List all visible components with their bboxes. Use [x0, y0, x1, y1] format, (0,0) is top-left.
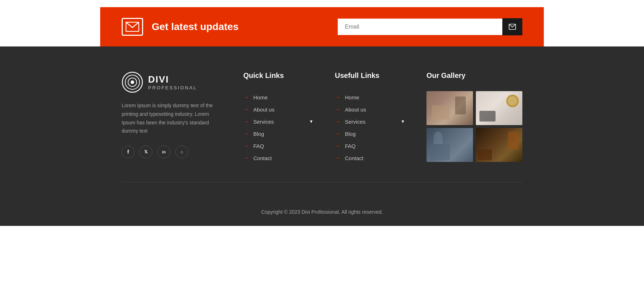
arrow-icon: → — [335, 118, 341, 125]
useful-blog-label: Blog — [345, 131, 356, 137]
quick-contact-label: Contact — [253, 155, 272, 161]
arrow-icon: → — [335, 130, 341, 137]
useful-faq-label: FAQ — [345, 143, 356, 149]
usefull-links-list: → Home → About us → Services ▼ — [335, 91, 405, 164]
quick-home-item[interactable]: → Home — [243, 91, 313, 103]
mail-icon-wrapper — [122, 18, 143, 36]
gallery-item-2[interactable] — [476, 91, 522, 125]
instagram-icon: ○ — [180, 149, 183, 155]
quick-links-title: Quick Links — [243, 71, 313, 80]
quick-blog-label: Blog — [253, 131, 264, 137]
useful-about-label: About us — [345, 107, 366, 113]
linkedin-icon: in — [162, 150, 166, 154]
useful-services-item[interactable]: → Services ▼ — [335, 115, 405, 128]
brand-description: Lorem Ipsum is simply dummy text of the … — [122, 102, 222, 135]
quick-about-label: About us — [253, 107, 274, 113]
subscribe-button[interactable] — [502, 18, 522, 35]
quick-faq-item[interactable]: → FAQ — [243, 140, 313, 152]
useful-home-item[interactable]: → Home — [335, 91, 405, 103]
brand-professional-label: PROFESSIONAL — [148, 85, 197, 90]
brand-logo: DIVI PROFESSIONAL — [122, 71, 222, 93]
social-links: f 𝕏 in ○ — [122, 145, 222, 158]
footer-copyright: Copyright © 2023 Divi Professional. All … — [0, 200, 644, 226]
footer-main: DIVI PROFESSIONAL Lorem Ipsum is simply … — [0, 46, 644, 200]
arrow-icon: → — [335, 143, 341, 149]
arrow-icon: → — [243, 118, 249, 125]
facebook-link[interactable]: f — [122, 145, 135, 158]
arrow-icon: → — [243, 106, 249, 113]
twitter-icon: 𝕏 — [144, 149, 148, 154]
quick-services-item[interactable]: → Services ▼ — [243, 115, 313, 128]
quick-faq-label: FAQ — [253, 143, 264, 149]
arrow-icon: → — [335, 94, 341, 100]
footer-content: DIVI PROFESSIONAL Lorem Ipsum is simply … — [100, 71, 544, 164]
dropdown-chevron-icon: ▼ — [401, 119, 405, 124]
gallery-title: Our Gallery — [426, 71, 522, 80]
copyright-text: Copyright © 2023 Divi Professional. All … — [261, 209, 383, 215]
usefull-links-column: Usefull Links → Home → About us → Servic — [335, 71, 405, 164]
quick-contact-item[interactable]: → Contact — [243, 152, 313, 164]
useful-blog-item[interactable]: → Blog — [335, 128, 405, 140]
gallery-item-4[interactable] — [476, 128, 522, 162]
arrow-icon: → — [335, 155, 341, 161]
useful-contact-item[interactable]: → Contact — [335, 152, 405, 164]
arrow-icon: → — [243, 155, 249, 161]
instagram-link[interactable]: ○ — [175, 145, 188, 158]
arrow-icon: → — [335, 106, 341, 113]
gallery-item-1[interactable] — [426, 91, 473, 125]
gallery-grid — [426, 91, 522, 162]
useful-faq-item[interactable]: → FAQ — [335, 140, 405, 152]
quick-services-label: Services — [253, 119, 274, 125]
newsletter-left: Get latest updates — [122, 18, 239, 36]
facebook-icon: f — [127, 149, 129, 155]
brand-divi-label: DIVI — [148, 74, 197, 85]
logo-icon — [122, 71, 143, 93]
usefull-links-title: Usefull Links — [335, 71, 405, 80]
footer-divider — [122, 182, 522, 182]
brand-column: DIVI PROFESSIONAL Lorem Ipsum is simply … — [122, 71, 222, 164]
brand-name: DIVI PROFESSIONAL — [148, 74, 197, 90]
gallery-column: Our Gallery — [426, 71, 522, 164]
newsletter-banner: Get latest updates — [100, 7, 544, 46]
twitter-link[interactable]: 𝕏 — [140, 145, 152, 158]
linkedin-link[interactable]: in — [157, 145, 170, 158]
arrow-icon: → — [243, 130, 249, 137]
quick-blog-item[interactable]: → Blog — [243, 128, 313, 140]
arrow-icon: → — [243, 94, 249, 100]
dropdown-chevron-icon: ▼ — [309, 119, 313, 124]
mail-icon — [126, 22, 139, 32]
useful-services-label: Services — [345, 119, 366, 125]
useful-home-label: Home — [345, 94, 359, 100]
quick-links-column: Quick Links → Home → About us → Services — [243, 71, 313, 164]
useful-about-item[interactable]: → About us — [335, 103, 405, 115]
newsletter-form — [338, 18, 522, 35]
svg-point-5 — [131, 80, 134, 84]
quick-home-label: Home — [253, 94, 268, 100]
quick-links-list: → Home → About us → Services ▼ — [243, 91, 313, 164]
useful-contact-label: Contact — [345, 155, 364, 161]
arrow-icon: → — [243, 143, 249, 149]
newsletter-title: Get latest updates — [152, 21, 239, 33]
gallery-item-3[interactable] — [426, 128, 473, 162]
quick-about-item[interactable]: → About us — [243, 103, 313, 115]
submit-icon — [509, 23, 516, 30]
email-input[interactable] — [338, 19, 502, 35]
